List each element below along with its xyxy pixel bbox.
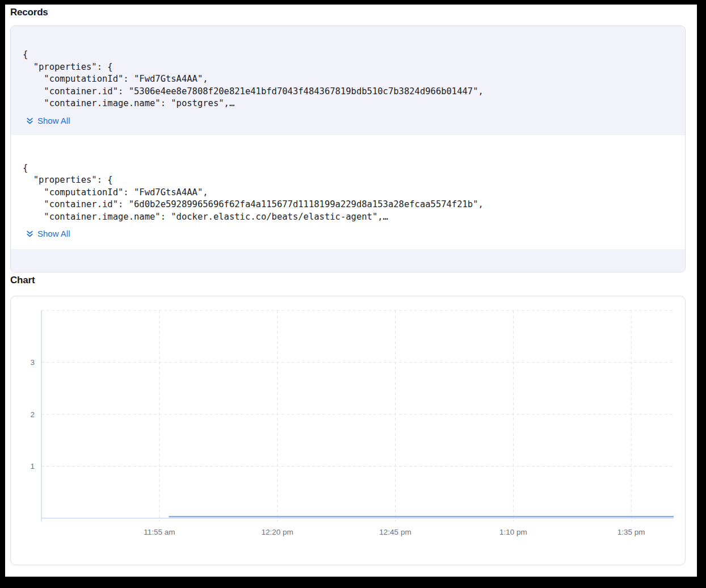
json-line: "container.id": "6d0b2e59289965696f62fa4… (23, 199, 685, 211)
show-all-label: Show All (37, 229, 70, 239)
double-chevron-down-icon (26, 230, 33, 238)
json-line: "container.id": "5306e4ee8e7808f20e821e4… (23, 86, 685, 98)
content-area: Records { "properties": { "computationId… (5, 5, 697, 577)
json-line: { (23, 162, 685, 175)
records-heading: Records (10, 5, 697, 19)
json-line: "container.image.name": "postgres",… (23, 98, 685, 110)
records-panel: { "properties": { "computationId": "Fwd7… (10, 26, 686, 272)
json-line: "properties": { (23, 61, 685, 74)
chart-panel: 12311:55 am12:20 pm12:45 pm1:10 pm1:35 p… (10, 296, 686, 565)
record-item: { "properties": { "computationId": "Fwd7… (11, 26, 685, 135)
json-line: "properties": { (23, 174, 685, 187)
svg-text:3: 3 (30, 358, 35, 367)
show-all-label: Show All (37, 116, 70, 126)
json-line: "container.image.name": "docker.elastic.… (23, 211, 685, 224)
record-item-clipped (11, 249, 685, 272)
json-line: "computationId": "Fwd7GtsA4AA", (23, 187, 685, 199)
svg-text:11:55 am: 11:55 am (144, 528, 175, 536)
json-line: "computationId": "Fwd7GtsA4AA", (23, 73, 685, 86)
svg-text:12:45 pm: 12:45 pm (379, 528, 411, 536)
record-json-preview: { "properties": { "computationId": "Fwd7… (23, 49, 685, 110)
record-item: { "properties": { "computationId": "Fwd7… (11, 135, 685, 249)
show-all-link[interactable]: Show All (26, 229, 70, 239)
record-json-preview: { "properties": { "computationId": "Fwd7… (23, 162, 685, 224)
svg-text:1:35 pm: 1:35 pm (617, 528, 645, 536)
svg-text:1: 1 (30, 462, 35, 471)
double-chevron-down-icon (26, 117, 33, 125)
svg-text:2: 2 (30, 410, 35, 419)
svg-text:1:10 pm: 1:10 pm (499, 528, 527, 536)
svg-text:12:20 pm: 12:20 pm (262, 528, 293, 536)
json-line: { (23, 49, 685, 61)
chart-heading: Chart (10, 272, 697, 287)
show-all-link[interactable]: Show All (26, 116, 70, 126)
time-series-chart[interactable]: 12311:55 am12:20 pm12:45 pm1:10 pm1:35 p… (11, 296, 685, 565)
